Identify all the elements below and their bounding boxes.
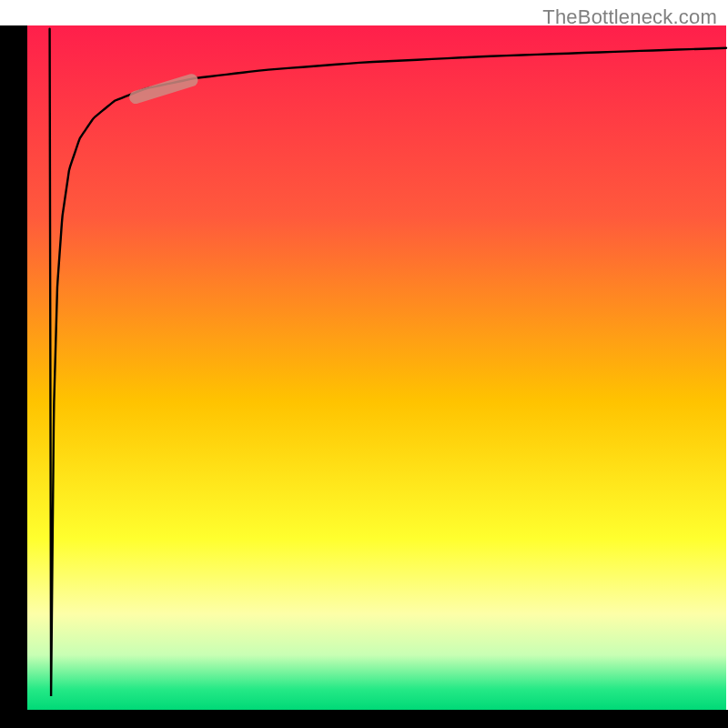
x-axis-frame: [0, 710, 728, 728]
chart-container: TheBottleneck.com: [0, 0, 728, 728]
plot-background: [27, 25, 726, 710]
chart-svg: [0, 0, 728, 728]
attribution-text: TheBottleneck.com: [542, 5, 717, 29]
y-axis-frame: [0, 25, 27, 728]
